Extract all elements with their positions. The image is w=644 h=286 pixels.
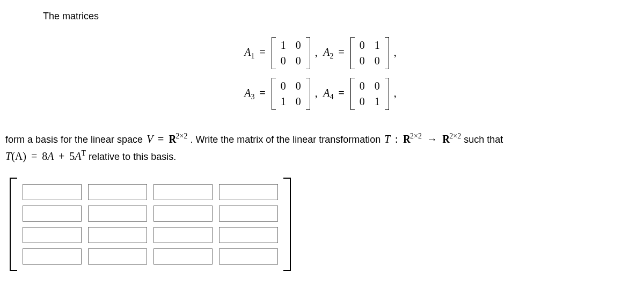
answer-cell-4-2[interactable]	[88, 248, 147, 265]
answer-cell-1-4[interactable]	[219, 184, 278, 200]
answer-cell-2-2[interactable]	[88, 206, 147, 222]
bracket-left	[10, 178, 17, 271]
intro-text: The matrices	[43, 11, 639, 22]
answer-cell-3-1[interactable]	[23, 227, 82, 243]
matrix-A1-sub: 1	[251, 52, 254, 60]
answer-cell-4-3[interactable]	[153, 248, 213, 265]
matrix-A3-label: A	[244, 87, 251, 99]
answer-cell-1-3[interactable]	[153, 184, 213, 200]
matrix-A4: 0 0 0 1	[350, 78, 389, 110]
matrix-A3: 0 0 1 0	[272, 78, 310, 110]
answer-cell-2-1[interactable]	[23, 206, 82, 222]
answer-cell-1-1[interactable]	[23, 184, 82, 200]
answer-cell-4-1[interactable]	[23, 248, 82, 265]
matrix-A1: 1 0 0 0	[272, 37, 310, 69]
answer-cell-1-2[interactable]	[88, 184, 147, 200]
matrix-A1-label: A	[244, 46, 251, 58]
answer-grid	[17, 178, 283, 271]
bracket-right	[283, 178, 291, 271]
matrix-A2: 0 1 0 0	[350, 37, 389, 69]
matrix-A2-label: A	[323, 46, 330, 58]
answer-cell-2-4[interactable]	[219, 206, 278, 222]
problem-statement: form a basis for the linear space V = R2…	[5, 130, 639, 165]
answer-matrix	[10, 178, 291, 271]
answer-cell-2-3[interactable]	[153, 206, 213, 222]
answer-cell-4-4[interactable]	[219, 248, 278, 265]
answer-cell-3-2[interactable]	[88, 227, 147, 243]
matrix-A2-sub: 2	[330, 52, 334, 60]
answer-cell-3-4[interactable]	[219, 227, 278, 243]
matrices-display: A1 = 1 0 0 0 , A2 = 0 1 0	[5, 33, 639, 114]
answer-cell-3-3[interactable]	[153, 227, 213, 243]
matrix-A3-sub: 3	[251, 93, 254, 101]
matrix-A4-sub: 4	[330, 93, 334, 101]
matrix-A4-label: A	[323, 87, 330, 99]
